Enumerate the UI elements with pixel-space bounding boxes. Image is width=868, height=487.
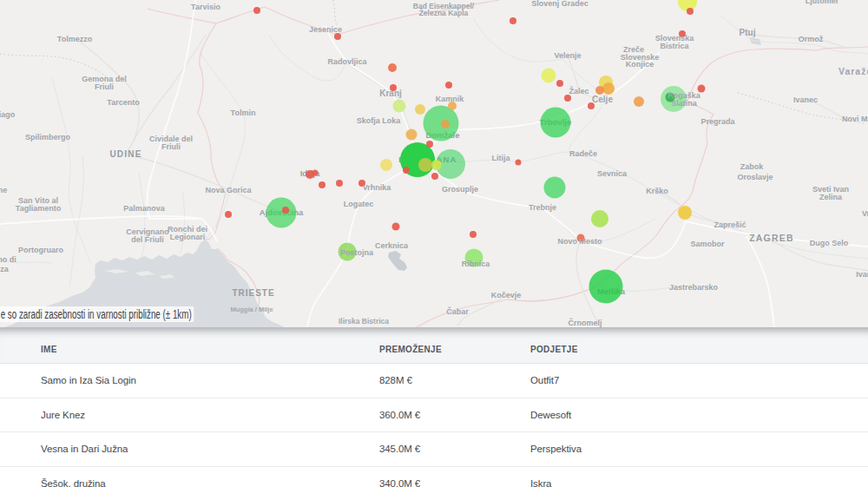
svg-text:Tarvisio: Tarvisio	[191, 3, 220, 11]
svg-text:Samobor: Samobor	[690, 240, 725, 248]
svg-text:Tolmezzo: Tolmezzo	[57, 35, 93, 43]
svg-text:Tagliamento: Tagliamento	[16, 204, 62, 213]
svg-text:Žalec: Žalec	[569, 86, 589, 95]
svg-text:Slovenj Gradec: Slovenj Gradec	[531, 0, 589, 8]
svg-text:Novi Marof: Novi Marof	[842, 115, 868, 123]
svg-text:Sevnica: Sevnica	[597, 169, 628, 178]
svg-text:Pregrada: Pregrada	[700, 117, 735, 126]
svg-text:Litija: Litija	[491, 154, 510, 162]
svg-text:no di: no di	[0, 255, 16, 264]
svg-text:Zaprešić: Zaprešić	[713, 220, 746, 229]
svg-text:Ilirska Bistrica: Ilirska Bistrica	[339, 317, 389, 326]
svg-text:Jesenice: Jesenice	[309, 25, 342, 34]
svg-text:iago: iago	[0, 110, 16, 119]
svg-text:Legionari: Legionari	[170, 233, 206, 241]
svg-text:Kočevje: Kočevje	[491, 291, 522, 299]
svg-text:Vrbovec: Vrbovec	[862, 209, 868, 218]
svg-text:Skofja Loka: Skofja Loka	[357, 116, 402, 125]
svg-text:Logatec: Logatec	[344, 200, 374, 208]
svg-text:Oroslavje: Oroslavje	[737, 173, 773, 181]
svg-text:Zelina: Zelina	[819, 193, 843, 201]
svg-text:Krško: Krško	[646, 187, 668, 195]
svg-text:Velenje: Velenje	[554, 51, 581, 60]
svg-text:Slatina: Slatina	[671, 99, 698, 108]
svg-text:Ivanec: Ivanec	[793, 95, 818, 104]
svg-text:Ormož: Ormož	[799, 35, 824, 43]
svg-text:Tarcento: Tarcento	[107, 98, 140, 107]
svg-text:Ribnica: Ribnica	[462, 260, 491, 268]
svg-text:Črnomelj: Črnomelj	[568, 318, 602, 327]
svg-text:Muggia / Milje: Muggia / Milje	[230, 306, 273, 313]
svg-text:Kranj: Kranj	[379, 89, 402, 98]
svg-text:Varaždin: Varaždin	[838, 66, 868, 76]
svg-text:Friuli: Friuli	[95, 82, 114, 91]
svg-text:Bistrica: Bistrica	[660, 42, 689, 50]
svg-text:Trebnje: Trebnje	[529, 203, 556, 212]
svg-text:Celje: Celje	[592, 95, 613, 104]
svg-text:Železna Kapla: Železna Kapla	[419, 8, 469, 17]
svg-text:Tolmin: Tolmin	[231, 109, 256, 117]
svg-text:TRIESTE: TRIESTE	[232, 288, 274, 298]
svg-text:Ljutomer: Ljutomer	[806, 0, 839, 5]
svg-text:Spilimbergo: Spilimbergo	[25, 133, 71, 141]
svg-text:del Friuli: del Friuli	[131, 235, 164, 244]
svg-text:Novo Mesto: Novo Mesto	[557, 237, 602, 246]
svg-text:Portogruaro: Portogruaro	[18, 246, 64, 254]
svg-text:ne: ne	[0, 186, 7, 194]
svg-text:Friuli: Friuli	[161, 142, 181, 151]
svg-text:Palmanova: Palmanova	[123, 204, 166, 213]
svg-text:Ivanić: Ivanić	[856, 270, 868, 279]
svg-text:za: za	[0, 265, 10, 273]
svg-text:Cerknica: Cerknica	[375, 241, 409, 250]
svg-text:Grosuplje: Grosuplje	[442, 185, 478, 194]
svg-text:Ptuj: Ptuj	[740, 28, 756, 37]
svg-text:Dugo Selo: Dugo Selo	[810, 239, 849, 247]
svg-text:Radovljica: Radovljica	[327, 57, 367, 66]
svg-text:Kamnik: Kamnik	[436, 95, 465, 103]
svg-text:UDINE: UDINE	[109, 149, 141, 159]
svg-text:Konjice: Konjice	[626, 60, 654, 69]
svg-text:Radeče: Radeče	[569, 149, 597, 158]
svg-text:Čabar: Čabar	[446, 306, 469, 316]
svg-text:Postojna: Postojna	[340, 248, 374, 257]
svg-text:Nova Gorica: Nova Gorica	[205, 186, 252, 194]
svg-text:ZAGREB: ZAGREB	[749, 233, 794, 243]
svg-text:Jastrebarsko: Jastrebarsko	[669, 283, 719, 292]
svg-text:Vrhnika: Vrhnika	[363, 183, 392, 192]
svg-text:Zabok: Zabok	[740, 162, 764, 171]
